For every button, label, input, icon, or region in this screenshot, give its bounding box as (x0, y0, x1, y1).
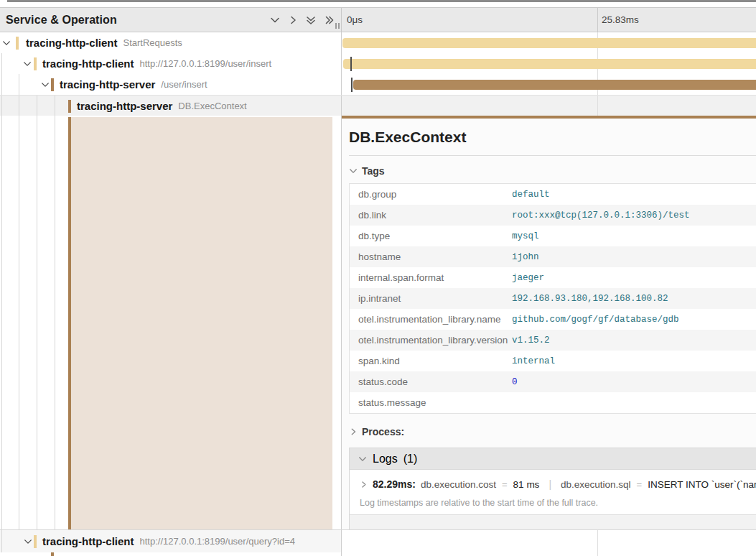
tag-key: status.message (350, 397, 512, 408)
chevron-down-icon (349, 167, 358, 175)
expand-one-icon[interactable] (288, 15, 298, 25)
timeline-tick-0: 0μs (347, 8, 363, 32)
logs-section-toggle[interactable]: Logs (1) (350, 448, 756, 470)
tag-row[interactable]: otel.instrumentation_library.version v1.… (350, 330, 756, 351)
expand-all-icon[interactable] (324, 15, 334, 25)
collapse-all-icon[interactable] (306, 15, 316, 25)
tag-value: 0 (512, 377, 518, 387)
tag-key: db.type (350, 231, 512, 241)
span-color-bar (68, 100, 71, 113)
service-operation-title: Service & Operation (6, 14, 117, 27)
equals-sign: = (636, 479, 643, 490)
span-row-start-requests[interactable]: tracing-http-client StartRequests (0, 32, 756, 53)
span-start-tick (350, 57, 352, 71)
tag-value: v1.15.2 (512, 335, 550, 346)
tags-table: db.group default db.link root:xxx@tcp(12… (349, 183, 756, 414)
equals-sign: = (501, 479, 508, 490)
span-duration-bar[interactable] (343, 59, 756, 69)
span-tint-block (71, 117, 332, 529)
row-gridline (597, 552, 598, 556)
logs-count: (1) (403, 453, 418, 465)
log-field-value: 81 ms (513, 479, 540, 490)
tag-value: 192.168.93.180,192.168.100.82 (512, 294, 668, 304)
chevron-right-icon (360, 481, 368, 488)
span-detail-indent (0, 116, 342, 529)
span-service: tracing-http-client (42, 57, 134, 70)
tag-key: internal.span.format (350, 272, 512, 283)
span-operation: http://127.0.0.1:8199/user/query?id=4 (140, 536, 295, 547)
collapse-chevron-icon[interactable] (23, 60, 32, 68)
log-entry[interactable]: 82.29ms: db.execution.cost = 81 ms | db.… (350, 470, 756, 490)
tag-row[interactable]: db.type mysql (350, 226, 756, 246)
log-field-value: INSERT INTO `user`(`name` (648, 479, 756, 490)
span-row-client-query[interactable]: tracing-http-client http://127.0.0.1:819… (0, 529, 756, 552)
timeline-tick-1: 25.83ms (602, 8, 639, 32)
chevron-right-icon (349, 427, 358, 436)
span-row-server-insert[interactable]: tracing-http-server /user/insert (0, 74, 756, 95)
tag-key: db.link (350, 210, 512, 221)
tag-value: root:xxx@tcp(127.0.0.1:3306)/test (512, 210, 690, 221)
collapse-chevron-icon[interactable] (24, 537, 32, 546)
tag-value: mysql (512, 231, 539, 241)
logs-section: Logs (1) 82.29ms: db.execution.cost = 81… (349, 448, 756, 540)
tag-key: hostname (350, 251, 512, 262)
span-detail-panel: DB.ExecContext Tags db.group default db.… (342, 116, 756, 529)
trace-timeline-view: Service & Operation 0μs 25.83ms tracing-… (0, 0, 756, 556)
span-color-bar (51, 552, 54, 556)
span-detail-title: DB.ExecContext (349, 129, 756, 156)
tag-row[interactable]: status.message (350, 392, 756, 413)
span-color-bar (34, 57, 37, 70)
tag-row[interactable]: status.code 0 (350, 371, 756, 392)
tags-section-toggle[interactable]: Tags (349, 165, 756, 177)
span-row-partial (0, 552, 756, 556)
tag-row[interactable]: ip.intranet 192.168.93.180,192.168.100.8… (350, 288, 756, 309)
span-operation: /user/insert (161, 79, 207, 90)
tag-row[interactable]: span.kind internal (350, 351, 756, 371)
span-service: tracing-http-server (60, 78, 155, 91)
minimap-baseline (7, 0, 756, 2)
span-color-bar (16, 37, 19, 50)
span-rows: tracing-http-client StartRequests tracin… (0, 32, 756, 116)
logs-section-label: Logs (373, 453, 398, 465)
log-field-key: db.execution.cost (421, 479, 496, 490)
tag-row[interactable]: internal.span.format jaeger (350, 267, 756, 288)
log-timestamp: 82.29ms: (373, 478, 416, 490)
chevron-down-icon (358, 455, 367, 463)
tag-key: db.group (350, 189, 512, 200)
service-operation-header: Service & Operation (0, 8, 342, 32)
tag-row[interactable]: hostname ijohn (350, 246, 756, 267)
tag-value: ijohn (512, 252, 539, 262)
process-section-label: Process: (362, 426, 404, 437)
tag-value: jaeger (512, 273, 544, 283)
column-resize-handle[interactable] (335, 23, 340, 29)
span-operation: StartRequests (123, 37, 182, 48)
tag-value: internal (512, 356, 555, 366)
span-row-db-execcontext-selected[interactable]: tracing-http-server DB.ExecContext (0, 95, 756, 116)
timeline-ruler: 0μs 25.83ms (342, 8, 756, 32)
tag-key: status.code (350, 376, 512, 387)
span-service: tracing-http-client (42, 535, 134, 547)
tag-value: github.com/gogf/gf/database/gdb (512, 315, 679, 325)
tag-row[interactable]: db.link root:xxx@tcp(127.0.0.1:3306)/tes… (350, 205, 756, 226)
span-duration-bar[interactable] (353, 80, 756, 90)
span-detail-row: DB.ExecContext Tags db.group default db.… (0, 116, 756, 529)
span-row-client-insert[interactable]: tracing-http-client http://127.0.0.1:819… (0, 53, 756, 74)
collapse-chevron-icon[interactable] (2, 39, 11, 47)
tag-value: default (512, 190, 550, 200)
tags-section-label: Tags (362, 165, 385, 177)
tag-row[interactable]: db.group default (350, 184, 756, 205)
span-duration-bar[interactable] (342, 38, 756, 48)
tag-key: span.kind (350, 356, 512, 366)
process-section-toggle[interactable]: Process: (349, 426, 756, 437)
collapse-chevron-icon[interactable] (41, 80, 50, 89)
span-service: tracing-http-client (26, 37, 118, 49)
row-gridline (597, 96, 598, 116)
logs-footnote: Log timestamps are relative to the start… (350, 490, 756, 514)
collapse-one-icon[interactable] (270, 15, 280, 25)
field-separator: | (544, 478, 556, 490)
span-color-bar (34, 535, 37, 548)
tag-row[interactable]: otel.instrumentation_library.name github… (350, 309, 756, 330)
log-field-key: db.execution.sql (561, 479, 631, 490)
span-service: tracing-http-server (77, 100, 172, 112)
tag-key: ip.intranet (350, 293, 512, 304)
